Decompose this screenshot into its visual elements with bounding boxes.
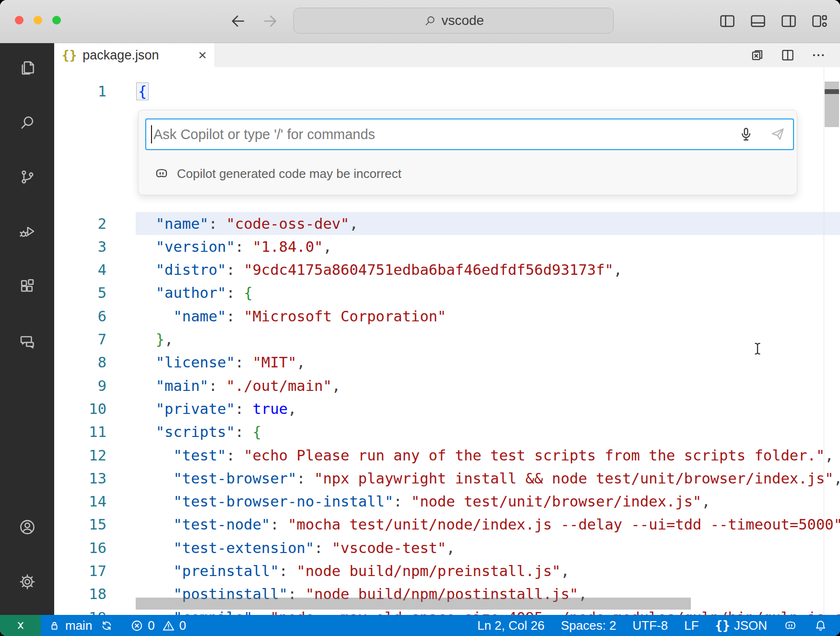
line-number: 9: [54, 377, 106, 394]
code-line-14[interactable]: 14 "test-browser-no-install": "node test…: [54, 490, 840, 513]
status-indentation[interactable]: Spaces: 2: [561, 618, 617, 633]
extensions-icon: [18, 277, 36, 295]
status-remote-indicator[interactable]: [0, 615, 41, 636]
json-file-icon: {}: [62, 48, 77, 62]
status-sync[interactable]: [100, 619, 114, 633]
code-line-4[interactable]: 4 "distro": "9cdc4175a8604751edba6baf46e…: [54, 259, 840, 282]
sync-icon: [100, 619, 114, 633]
line-content: "name": "code-oss-dev",: [138, 215, 358, 232]
line-number: 11: [54, 424, 106, 440]
line-content: "compile": "node --max_old_space_size=40…: [138, 609, 840, 615]
code-line-13[interactable]: 13 "test-browser": "npx playwright insta…: [54, 467, 840, 490]
command-center-search[interactable]: vscode: [293, 8, 614, 34]
activity-item-explorer[interactable]: [0, 40, 54, 95]
code-line-9[interactable]: 9 "main": "./out/main",: [54, 374, 840, 397]
line-number: 17: [54, 563, 106, 579]
line-number: 10: [54, 400, 106, 417]
split-editor-icon[interactable]: [780, 47, 796, 63]
line-content: "preinstall": "node build/npm/preinstall…: [138, 563, 570, 579]
line-number: 19: [54, 609, 106, 615]
code-line-5[interactable]: 5 "author": {: [54, 282, 840, 305]
status-notifications[interactable]: [814, 619, 828, 633]
code-line-17[interactable]: 17 "preinstall": "node build/npm/preinst…: [54, 560, 840, 583]
code-line-8[interactable]: 8 "license": "MIT",: [54, 351, 840, 374]
code-line-12[interactable]: 12 "test": "echo Please run any of the t…: [54, 444, 840, 467]
code-line-7[interactable]: 7 },: [54, 328, 840, 351]
activity-item-accounts[interactable]: [0, 500, 54, 554]
status-cursor-position-label: Ln 2, Col 26: [477, 618, 544, 633]
status-warnings[interactable]: 0: [162, 618, 186, 633]
send-icon[interactable]: [769, 126, 786, 143]
code-line-6[interactable]: 6 "name": "Microsoft Corporation": [54, 305, 840, 328]
code-line-16[interactable]: 16 "test-extension": "vscode-test",: [54, 536, 840, 559]
gear-icon: [18, 573, 36, 591]
tab-bar: {} package.json ×: [54, 43, 840, 67]
status-language-mode-label: JSON: [734, 618, 767, 633]
line-number: 13: [54, 470, 106, 487]
status-language-mode[interactable]: {}JSON: [715, 618, 767, 633]
activity-item-chat[interactable]: [0, 314, 54, 368]
status-eol[interactable]: LF: [684, 618, 699, 633]
line-number: 8: [54, 354, 106, 371]
status-branch[interactable]: main: [47, 618, 92, 633]
code-line-15[interactable]: 15 "test-node": "mocha test/unit/node/in…: [54, 513, 840, 536]
status-indentation-label: Spaces: 2: [561, 618, 617, 633]
vertical-scrollbar[interactable]: [825, 82, 839, 127]
line-content: "test-extension": "vscode-test",: [138, 540, 455, 556]
code-line-11[interactable]: 11 "scripts": {: [54, 421, 840, 444]
activity-item-search[interactable]: [0, 95, 54, 150]
toggle-primary-sidebar-icon[interactable]: [718, 12, 736, 30]
microphone-icon[interactable]: [737, 126, 755, 143]
code-line-10[interactable]: 10 "private": true,: [54, 397, 840, 420]
code-line-1[interactable]: 1{: [54, 80, 840, 103]
line-content: "test-browser": "npx playwright install …: [138, 470, 840, 487]
activity-item-extensions[interactable]: [0, 259, 54, 314]
activity-bar: [0, 43, 54, 615]
status-encoding-label: UTF-8: [632, 618, 668, 633]
activity-item-settings[interactable]: [0, 554, 54, 609]
status-copilot-status[interactable]: [783, 619, 797, 633]
toggle-panel-icon[interactable]: [749, 12, 767, 30]
close-tab-icon[interactable]: ×: [198, 47, 207, 63]
line-number: 5: [54, 284, 106, 301]
minimize-button[interactable]: [34, 16, 42, 24]
scrollbar-track-border: [824, 67, 824, 615]
code-line-2[interactable]: 2 "name": "code-oss-dev",: [54, 212, 840, 235]
tab-label: package.json: [82, 48, 159, 63]
copilot-disclaimer: Copilot generated code may be incorrect: [154, 166, 401, 181]
customize-layout-icon[interactable]: [810, 12, 828, 30]
code-line-3[interactable]: 3 "version": "1.84.0",: [54, 235, 840, 258]
line-content: {: [138, 83, 149, 100]
copilot-icon: [783, 619, 797, 633]
line-content: "distro": "9cdc4175a8604751edba6baf46edf…: [138, 261, 622, 278]
history-nav: [229, 12, 279, 30]
status-errors[interactable]: 0: [130, 618, 154, 633]
back-arrow-icon[interactable]: [229, 12, 247, 30]
activity-item-run-and-debug[interactable]: [0, 204, 54, 259]
editor[interactable]: 1{2 "name": "code-oss-dev",3 "version": …: [54, 67, 840, 615]
activity-item-source-control[interactable]: [0, 150, 54, 204]
braces-icon: {}: [715, 618, 730, 633]
text-caret: [151, 125, 152, 143]
open-changes-icon[interactable]: [749, 47, 765, 63]
line-number: 4: [54, 261, 106, 278]
copilot-input[interactable]: Ask Copilot or type '/' for commands: [145, 118, 794, 150]
zoom-button[interactable]: [52, 16, 61, 24]
more-actions-icon[interactable]: [810, 47, 827, 63]
line-content: "main": "./out/main",: [138, 377, 340, 394]
close-button[interactable]: [15, 16, 23, 24]
line-content: "private": true,: [138, 400, 297, 417]
debug-icon: [18, 223, 36, 241]
line-number: 3: [54, 238, 106, 255]
line-content: "author": {: [138, 284, 253, 301]
line-number: 1: [54, 83, 106, 100]
toggle-secondary-sidebar-icon[interactable]: [780, 12, 798, 30]
horizontal-scrollbar[interactable]: [136, 598, 691, 610]
line-content: },: [138, 331, 173, 348]
copilot-placeholder: Ask Copilot or type '/' for commands: [153, 127, 737, 142]
status-branch-label: main: [65, 618, 92, 633]
tab-package-json[interactable]: {} package.json ×: [54, 43, 214, 67]
status-encoding[interactable]: UTF-8: [632, 618, 668, 633]
status-cursor-position[interactable]: Ln 2, Col 26: [477, 618, 544, 633]
forward-arrow-icon[interactable]: [261, 12, 279, 30]
